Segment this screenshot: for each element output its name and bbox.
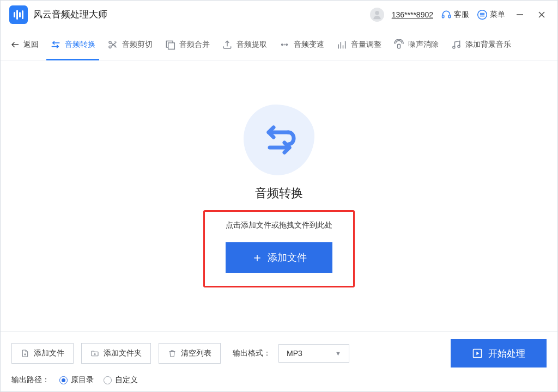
radio-checked-icon [59,376,68,384]
play-box-icon [472,348,483,359]
svg-point-25 [453,46,455,48]
close-button[interactable] [535,8,549,22]
tab-audio-cut[interactable]: 音频剪切 [107,29,153,60]
user-avatar-icon[interactable] [370,8,384,22]
radio-original-dir[interactable]: 原目录 [59,375,94,385]
user-phone-link[interactable]: 136****8902 [392,10,433,19]
app-logo-icon [9,5,28,24]
headset-icon [441,9,452,20]
radio-custom-dir[interactable]: 自定义 [104,375,138,385]
merge-icon [165,39,175,50]
svg-rect-24 [398,44,401,48]
toolbar: 返回 音频转换 音频剪切 音频合并 音频提取 音频变速 音量调整 噪声消除 [1,29,557,60]
tab-audio-extract[interactable]: 音频提取 [221,29,268,60]
bottom-bar: 添加文件 添加文件夹 清空列表 输出格式： MP3 ▼ 开始处理 输出路径： [1,331,557,391]
minimize-button[interactable] [513,8,527,22]
back-button[interactable]: 返回 [10,40,39,50]
speed-icon [279,39,290,50]
svg-point-19 [286,44,288,45]
svg-point-18 [282,44,283,45]
output-format-label: 输出格式： [233,348,271,358]
tab-audio-speed[interactable]: 音频变速 [278,29,325,60]
folder-add-icon [90,348,99,358]
hero-convert-icon [244,105,314,175]
drop-hint: 点击添加文件或拖拽文件到此处 [226,220,332,230]
scissors-icon [107,39,118,50]
clear-list-button[interactable]: 清空列表 [159,343,221,364]
dropzone[interactable]: 点击添加文件或拖拽文件到此处 ＋ 添加文件 [203,210,355,287]
chevron-down-icon: ▼ [335,350,341,357]
tab-noise-remove[interactable]: 噪声消除 [393,29,439,60]
tab-bgm[interactable]: 添加背景音乐 [450,29,512,60]
noise-icon [393,39,404,50]
file-add-icon [21,348,29,358]
tab-volume-adjust[interactable]: 音量调整 [336,29,382,60]
svg-marker-32 [476,352,479,356]
svg-point-0 [375,10,379,15]
extract-icon [222,39,233,50]
add-file-primary-button[interactable]: ＋ 添加文件 [226,242,332,273]
svg-point-12 [109,46,111,48]
titlebar: 风云音频处理大师 136****8902 客服 菜单 [1,1,557,29]
add-folder-button[interactable]: 添加文件夹 [81,343,151,364]
trash-icon [168,348,177,358]
hero-title: 音频转换 [255,185,303,201]
svg-rect-17 [168,42,175,49]
svg-rect-2 [448,15,450,17]
tab-audio-merge[interactable]: 音频合并 [164,29,210,60]
svg-point-11 [109,41,111,43]
menu-button[interactable]: 菜单 [477,9,505,20]
svg-rect-1 [442,15,444,17]
svg-point-26 [458,45,460,47]
main-area: 音频转换 点击添加文件或拖拽文件到此处 ＋ 添加文件 [1,60,557,331]
equalizer-icon [336,39,347,50]
output-path-label: 输出路径： [11,375,50,385]
support-button[interactable]: 客服 [441,9,469,20]
menu-lines-icon [477,9,488,20]
plus-icon: ＋ [251,249,263,266]
convert-icon [50,39,61,50]
add-file-button[interactable]: 添加文件 [11,343,74,364]
app-title: 风云音频处理大师 [33,8,107,21]
radio-unchecked-icon [104,376,112,384]
music-icon [451,39,462,50]
start-process-button[interactable]: 开始处理 [451,339,547,367]
tab-audio-convert[interactable]: 音频转换 [50,29,96,60]
output-format-select[interactable]: MP3 ▼ [278,344,349,363]
arrow-left-icon [10,40,20,50]
app-window: 风云音频处理大师 136****8902 客服 菜单 [0,0,558,392]
